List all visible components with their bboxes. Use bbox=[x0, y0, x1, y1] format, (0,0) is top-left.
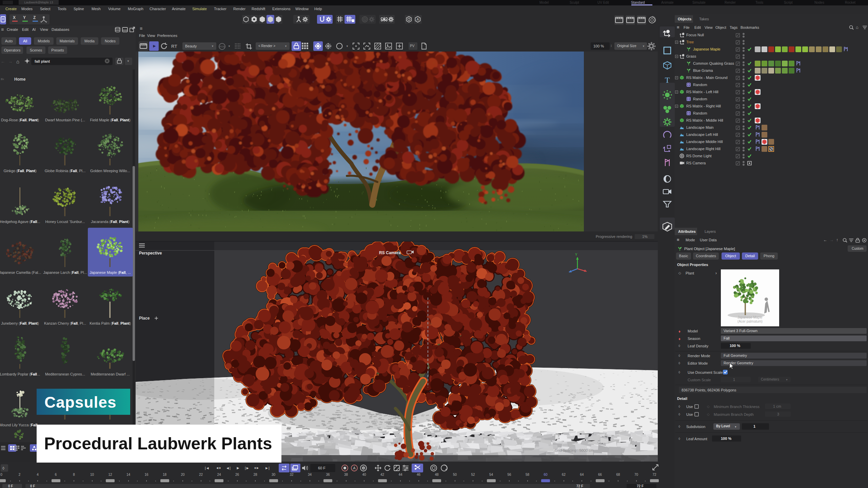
svg-text:Place: Place bbox=[139, 316, 150, 321]
svg-text:Japanese Maple: Japanese Maple bbox=[737, 316, 763, 319]
svg-text:RGB: RGB bbox=[219, 45, 225, 48]
svg-text:Perspective: Perspective bbox=[139, 251, 162, 256]
svg-text:Grid Spacing : 5000 cm: Grid Spacing : 5000 cm bbox=[555, 448, 594, 452]
svg-text:T: T bbox=[665, 76, 670, 84]
svg-text:A: A bbox=[353, 466, 356, 470]
svg-text:Y: Y bbox=[575, 253, 577, 257]
svg-text:(Acer palmatum): (Acer palmatum) bbox=[737, 320, 763, 323]
svg-text:A: A bbox=[417, 18, 419, 21]
svg-text:RS Camera: RS Camera bbox=[379, 250, 401, 255]
